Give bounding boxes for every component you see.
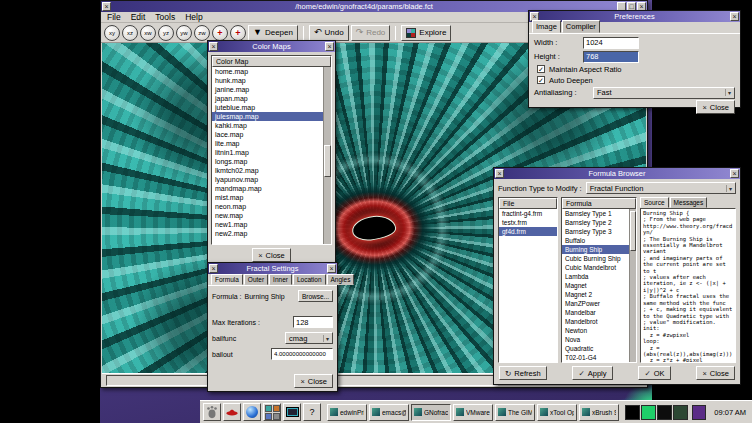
formula-list-header[interactable]: Formula — [562, 198, 636, 209]
colormap-item[interactable]: juteblue.map — [212, 103, 323, 112]
colormap-item[interactable]: janine.map — [212, 85, 323, 94]
formula-item[interactable]: Barnsley Type 1 — [562, 209, 629, 218]
rotate-button[interactable]: xy — [104, 25, 120, 41]
formula-item[interactable]: Buffalo — [562, 236, 629, 245]
colormap-item[interactable]: lite.map — [212, 139, 323, 148]
colormap-item[interactable]: lace.map — [212, 130, 323, 139]
max-iterations-input[interactable] — [293, 316, 333, 328]
task-button[interactable]: The GIMP — [495, 404, 535, 421]
bailfunc-select[interactable]: cmag ▾ — [285, 332, 333, 344]
file-item[interactable]: gf4d.frm — [499, 227, 557, 236]
rotate-button[interactable]: yw — [176, 25, 192, 41]
menu-item[interactable]: Tools — [155, 12, 175, 22]
scrollbar-thumb[interactable] — [630, 211, 636, 251]
fractalsettings-titlebar[interactable]: × Fractal Settings × — [208, 263, 337, 274]
colormap-item[interactable]: longs.map — [212, 157, 323, 166]
colormap-list-header[interactable]: Color Map — [212, 56, 331, 67]
explore-button[interactable]: Explore — [401, 25, 451, 41]
formula-item[interactable]: Cubic Burning Ship — [562, 254, 629, 263]
warp-button[interactable]: + — [212, 25, 228, 41]
workspace-cell[interactable] — [657, 405, 672, 420]
formula-item[interactable]: Barnsley Type 3 — [562, 227, 629, 236]
formula-item[interactable]: Mandelbar — [562, 308, 629, 317]
formula-item[interactable]: Nova — [562, 335, 629, 344]
colormap-item[interactable]: mist.map — [212, 193, 323, 202]
formula-scrollbar[interactable] — [629, 209, 636, 362]
source-panel[interactable]: Burning Ship { ; From the web page http:… — [640, 208, 736, 363]
checkbox-checked-icon[interactable]: ✓ — [537, 65, 545, 73]
formulabrowser-titlebar[interactable]: × Formula Browser × — [494, 168, 740, 179]
ok-button[interactable]: ✓ OK — [638, 366, 670, 380]
menu-item[interactable]: File — [107, 12, 121, 22]
close-icon[interactable]: × — [495, 169, 504, 178]
close-icon[interactable]: × — [730, 12, 739, 21]
formula-item[interactable]: Barnsley Type 2 — [562, 218, 629, 227]
close-icon[interactable]: × — [102, 2, 111, 11]
rotate-button[interactable]: zw — [194, 25, 210, 41]
launchers-icon[interactable] — [263, 403, 281, 421]
formula-item[interactable]: T03-01-G4 — [562, 362, 629, 363]
monitor-icon[interactable] — [283, 403, 301, 421]
workspace-cell[interactable] — [673, 405, 688, 420]
launcher-icon[interactable] — [265, 405, 272, 412]
menu-item[interactable]: Help — [185, 12, 202, 22]
colormap-item[interactable]: neon.map — [212, 202, 323, 211]
formula-item[interactable]: T02-01-G4 — [562, 353, 629, 362]
tab[interactable]: Image — [532, 20, 561, 33]
help-icon[interactable]: ? — [303, 403, 321, 421]
file-item[interactable]: testx.frm — [499, 218, 557, 227]
tab[interactable]: Inner — [269, 274, 292, 285]
launcher-icon[interactable] — [273, 413, 280, 420]
tab[interactable]: Source — [640, 197, 669, 208]
tab[interactable]: Angles — [327, 274, 355, 285]
function-type-select[interactable]: Fractal Function ▾ — [586, 182, 736, 194]
formula-item[interactable]: Cubic Mandelbrot — [562, 263, 629, 272]
undo-button[interactable]: ↶ Undo — [309, 25, 349, 41]
menu-item[interactable]: Edit — [131, 12, 146, 22]
apply-button[interactable]: ✓ Apply — [572, 366, 612, 380]
tab[interactable]: Location — [293, 274, 326, 285]
warp-button[interactable]: + — [230, 25, 246, 41]
formula-item[interactable]: Quadratic — [562, 344, 629, 353]
task-button[interactable]: xBrush Sel... — [579, 404, 619, 421]
task-button[interactable]: GNofract4D — [411, 404, 451, 421]
globe-icon[interactable] — [243, 403, 261, 421]
task-button[interactable]: VMware V... — [453, 404, 493, 421]
formula-item[interactable]: ManZPower — [562, 299, 629, 308]
task-button[interactable]: edwinPri... — [327, 404, 367, 421]
rotate-button[interactable]: xw — [140, 25, 156, 41]
workspace-cell[interactable] — [641, 405, 656, 420]
tab[interactable]: Outer — [244, 274, 268, 285]
formula-item[interactable]: Magnet 2 — [562, 290, 629, 299]
formula-item[interactable]: Burning Ship — [562, 245, 629, 254]
antialias-select[interactable]: Fast ▾ — [593, 87, 735, 99]
colormap-item[interactable]: mandmap.map — [212, 184, 323, 193]
gnome-menu-icon[interactable] — [203, 403, 221, 421]
redo-button[interactable]: ↷ Redo — [351, 25, 391, 41]
workspace-cell[interactable] — [625, 405, 640, 420]
formula-item[interactable]: Magnet — [562, 281, 629, 290]
launcher-icon[interactable] — [273, 405, 280, 412]
colormap-scrollbar[interactable] — [323, 67, 331, 244]
close-icon[interactable]: × — [325, 42, 334, 51]
scrollbar-thumb[interactable] — [324, 145, 331, 177]
refresh-button[interactable]: ↻ Refresh — [499, 366, 547, 380]
close-icon[interactable]: × — [209, 42, 218, 51]
height-input[interactable] — [583, 51, 639, 63]
fractalsettings-close-button[interactable]: × Close — [294, 374, 333, 388]
bailout-input[interactable] — [271, 348, 333, 360]
colormap-item[interactable]: japan.map — [212, 94, 323, 103]
deepen-button[interactable]: ▼ Deepen — [248, 25, 298, 41]
browse-button[interactable]: Browse... — [298, 290, 333, 302]
colormaps-close-button[interactable]: × Close — [252, 248, 291, 262]
formula-item[interactable]: Mandelbrot — [562, 317, 629, 326]
show-desktop-button[interactable] — [692, 405, 706, 420]
width-input[interactable] — [583, 37, 639, 49]
close-icon[interactable]: × — [209, 264, 218, 273]
formula-item[interactable]: Lambda — [562, 272, 629, 281]
tab[interactable]: Messages — [670, 197, 708, 208]
rotate-button[interactable]: yz — [158, 25, 174, 41]
red-hat-icon[interactable] — [223, 403, 241, 421]
file-list-header[interactable]: File — [499, 198, 557, 209]
tab[interactable]: Compiler — [562, 20, 600, 33]
